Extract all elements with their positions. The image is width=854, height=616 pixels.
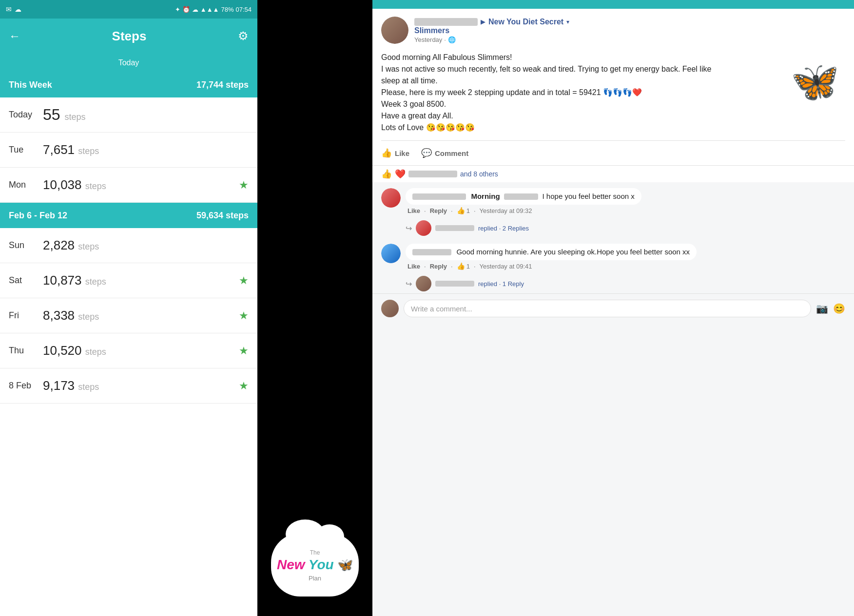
app-header: ← Steps ⚙ [0, 19, 257, 54]
star-thu: ★ [239, 345, 249, 357]
step-row-mon: Mon 10,038 steps ★ [0, 168, 257, 203]
fb-comment-placeholder: Write a comment... [411, 305, 472, 313]
fb-write-avatar [381, 300, 399, 317]
fb-action-bar: 👍 Like 💬 Comment [372, 141, 854, 165]
step-unit-sun: steps [78, 242, 99, 251]
step-unit-thu: steps [85, 347, 106, 357]
page-title: Steps [112, 29, 147, 44]
post-author-avatar [381, 17, 408, 44]
fb-comment-2-name-blur [412, 249, 451, 255]
step-row-thu: Thu 10,520 steps ★ [0, 333, 257, 368]
logo-you: You [309, 557, 334, 572]
fb-comment-1-reply-link[interactable]: Reply [430, 207, 447, 214]
fb-post-text: Good morning All Fabulous Slimmers! I wa… [381, 52, 729, 134]
fb-post-header: ▶ New You Diet Secret ▾ Slimmers Yesterd… [372, 9, 854, 48]
fb-globe-icon: 🌐 [448, 36, 456, 43]
today-tab-label: Today [118, 58, 139, 67]
fb-post-card: ▶ New You Diet Secret ▾ Slimmers Yesterd… [372, 9, 854, 616]
clock: 07:54 [235, 6, 252, 13]
fb-comment-1-like-link[interactable]: Like [408, 207, 420, 214]
fb-comment-1-body: Morning I hope you feel better soon x Li… [406, 188, 845, 216]
fb-thumb-small: 👍 [457, 207, 465, 214]
mail-icon: ✉ [6, 5, 12, 13]
fb-post-meta: ▶ New You Diet Secret ▾ Slimmers Yesterd… [414, 18, 845, 43]
status-right: ✦ ⏰ ☁ ▲▲▲ 78% 07:54 [175, 6, 252, 13]
fb-comment-1-avatar-img [381, 188, 401, 208]
step-unit-today: steps [64, 112, 85, 122]
fb-like-button[interactable]: 👍 Like [381, 144, 409, 162]
this-week-header: This Week 17,744 steps [0, 72, 257, 97]
fb-comment-1-morning: Morning [471, 192, 500, 200]
fb-reply-row-1: ↪ replied · 2 Replies [372, 218, 854, 238]
logo-text: The New You 🦋 Plan [277, 547, 353, 582]
week-range-label: Feb 6 - Feb 12 [9, 211, 67, 221]
fb-comment-icon: 💬 [421, 148, 432, 158]
day-label-tue: Tue [9, 145, 38, 155]
fb-sep-6: · [474, 263, 476, 270]
fb-sep-4: · [424, 263, 426, 270]
step-count-today: 55 steps [38, 106, 249, 124]
day-label-fri: Fri [9, 310, 38, 321]
step-count-mon: 10,038 steps [38, 177, 239, 192]
camera-icon[interactable]: 📷 [816, 303, 828, 314]
today-tab[interactable]: Today [0, 54, 257, 72]
middle-panel: The New You 🦋 Plan [257, 0, 372, 616]
fb-comment-1-name-blur [412, 193, 466, 200]
fb-reply-1-avatar [416, 220, 431, 236]
fb-comment-2-body: Good morning hunnie. Are you sleeping ok… [406, 244, 845, 272]
fb-comment-1-count: 1 [466, 207, 470, 214]
fb-like-icon: 👍 [381, 148, 392, 158]
star-fri: ★ [239, 309, 249, 322]
fb-comment-2-time: Yesterday at 09:41 [480, 263, 532, 270]
fb-reply-1-text: replied · 2 Replies [478, 225, 529, 232]
day-label-thu: Thu [9, 346, 38, 356]
fb-reply-arrow-1: ↪ [406, 224, 412, 233]
back-button[interactable]: ← [9, 29, 20, 43]
settings-icon[interactable]: ⚙ [238, 29, 249, 43]
step-unit-tue: steps [78, 146, 99, 156]
bluetooth-icon: ✦ [175, 6, 180, 13]
fb-comment-1-avatar [381, 188, 401, 208]
fb-comment-2-like-count: 👍 1 [457, 262, 470, 270]
weather-icon: ☁ [15, 5, 21, 13]
logo-cloud: The New You 🦋 Plan [271, 533, 359, 597]
fb-comment-1: Morning I hope you feel better soon x Li… [372, 182, 854, 218]
butterfly-decoration: 🦋 [791, 62, 839, 101]
status-bar: ✉ ☁ ✦ ⏰ ☁ ▲▲▲ 78% 07:54 [0, 0, 257, 19]
fb-comment-2-text: Good morning hunnie. Are you sleeping ok… [456, 248, 690, 256]
fb-slimmers-label[interactable]: Slimmers [414, 26, 449, 35]
fb-comment-2-bubble: Good morning hunnie. Are you sleeping ok… [406, 244, 697, 260]
fb-thumb-small-2: 👍 [457, 262, 465, 270]
star-mon: ★ [239, 179, 249, 192]
step-count-sun: 2,828 steps [38, 238, 249, 253]
fb-sep-1: · [424, 207, 426, 214]
logo-new: New [277, 557, 305, 572]
star-sat: ★ [239, 274, 249, 287]
status-left: ✉ ☁ [6, 5, 21, 13]
logo-the: The [310, 549, 320, 556]
star-8feb: ★ [239, 380, 249, 392]
day-label-sat: Sat [9, 275, 38, 286]
fb-comment-1-time: Yesterday at 09:32 [480, 207, 532, 214]
fb-group-name[interactable]: New You Diet Secret [488, 18, 563, 26]
fb-comment-2-like-link[interactable]: Like [408, 263, 420, 270]
step-row-sun: Sun 2,828 steps [0, 228, 257, 263]
step-count-thu: 10,520 steps [38, 343, 239, 358]
step-row-today: Today 55 steps [0, 97, 257, 133]
fb-reply-2-avatar [416, 276, 431, 291]
fb-comment-2-reply-link[interactable]: Reply [430, 263, 447, 270]
step-row-sat: Sat 10,873 steps ★ [0, 263, 257, 298]
day-label-mon: Mon [9, 180, 38, 190]
fb-comment-button[interactable]: 💬 Comment [421, 144, 468, 162]
fb-comment-input[interactable]: Write a comment... [404, 300, 811, 317]
fb-top-bar [372, 0, 854, 9]
fb-comment-2-avatar-img [381, 244, 401, 263]
fb-reply-2-text: replied · 1 Reply [478, 280, 524, 288]
step-unit-8feb: steps [78, 382, 99, 392]
day-label-sun: Sun [9, 240, 38, 250]
emoji-icon[interactable]: 😊 [833, 303, 845, 314]
step-count-8feb: 9,173 steps [38, 378, 239, 393]
fb-comment-2: Good morning hunnie. Are you sleeping ok… [372, 238, 854, 274]
fb-write-comment: Write a comment... 📷 😊 [372, 293, 854, 323]
battery-percent: 78% [221, 6, 233, 13]
